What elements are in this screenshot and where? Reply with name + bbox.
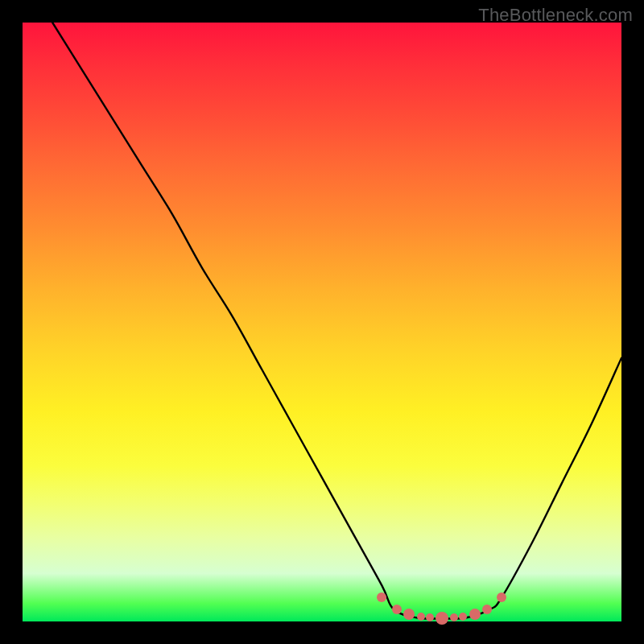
data-marker [377, 592, 386, 602]
data-marker [403, 609, 415, 620]
data-marker [426, 613, 434, 621]
data-marker [497, 592, 506, 602]
data-marker [392, 605, 402, 614]
marker-layer [23, 23, 621, 621]
data-marker [482, 605, 492, 614]
data-marker [436, 612, 448, 625]
chart-root: TheBottleneck.com [0, 0, 644, 644]
data-marker [469, 609, 481, 620]
data-marker [459, 613, 467, 621]
data-marker [450, 613, 458, 621]
plot-area [23, 23, 621, 621]
data-marker [417, 613, 425, 621]
